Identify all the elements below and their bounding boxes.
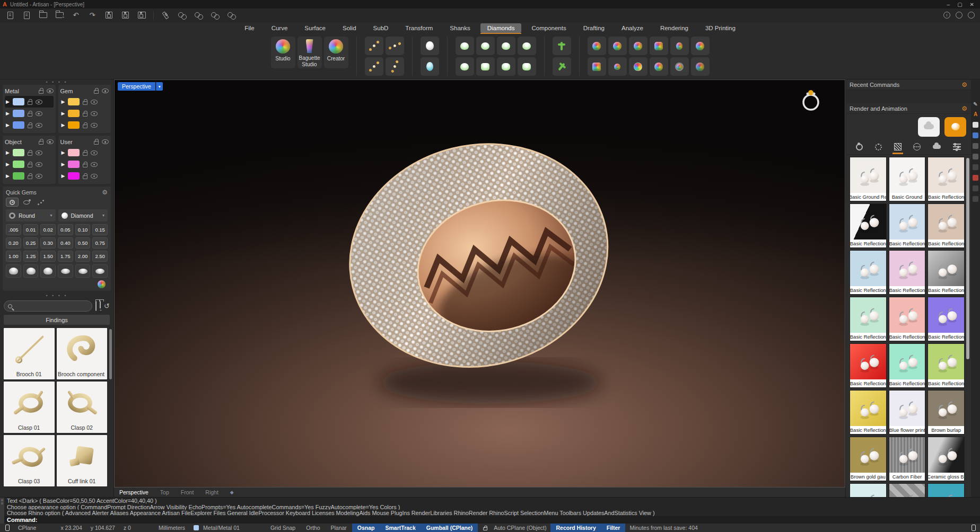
viewport-tab-right[interactable]: Right [205, 489, 218, 495]
material-card[interactable]: Basic Reflection [850, 297, 887, 341]
size-button[interactable]: 0.20 [6, 237, 21, 249]
cplane-label[interactable]: CPlane [14, 525, 40, 531]
layer-row[interactable]: ▶ [60, 108, 109, 119]
lock-icon[interactable] [83, 164, 88, 167]
menu-surface[interactable]: Surface [298, 23, 332, 33]
gem-color-sphere-icon[interactable] [98, 280, 106, 288]
tab-sprocket[interactable] [873, 139, 883, 154]
panel-tab-icon[interactable] [973, 132, 978, 138]
layer-row[interactable]: ▶ [60, 158, 109, 170]
color-swatch[interactable] [68, 110, 80, 117]
units-label[interactable]: Millimeters [154, 525, 189, 531]
material-card[interactable]: Basic Reflection [850, 343, 887, 388]
planar-toggle[interactable]: Planar [325, 524, 352, 532]
material-card[interactable]: Basic Reflection [928, 157, 965, 201]
material-card[interactable]: Basic Reflection [889, 203, 926, 248]
gem-cluster-button[interactable] [386, 57, 404, 76]
finding-item[interactable]: Clasp 02 [57, 382, 108, 433]
layer-row[interactable]: ▶ [60, 119, 109, 131]
material-card[interactable]: Brown burlap [928, 390, 965, 435]
eye-icon[interactable] [91, 123, 98, 128]
filter-toggle[interactable]: Filter [601, 524, 626, 532]
lock-icon[interactable] [28, 175, 32, 179]
panel-tab-icon[interactable] [973, 185, 978, 191]
studio-button[interactable]: Studio [271, 37, 295, 68]
menu-curve[interactable]: Curve [265, 23, 295, 33]
prong-button[interactable] [553, 37, 571, 55]
layer-row[interactable]: ▶ [60, 96, 109, 108]
panel-tab-icon[interactable] [973, 164, 978, 170]
finding-item[interactable]: Clasp 01 [4, 382, 55, 433]
eye-icon[interactable] [91, 100, 98, 104]
scatter-gems-tab[interactable] [34, 198, 47, 207]
color-swatch[interactable] [13, 161, 24, 168]
gem-repair-button[interactable] [629, 37, 648, 55]
menu-3d-printing[interactable]: 3D Printing [698, 23, 742, 33]
menu-transform[interactable]: Transform [398, 23, 440, 33]
panel-drag-handle[interactable]: • • • • [0, 293, 113, 298]
search-input[interactable] [4, 300, 92, 312]
auto-cplane-label[interactable]: Auto CPlane (Object) [489, 525, 550, 531]
baguette-studio-button[interactable]: Baguette Studio [298, 37, 322, 68]
doc-search-icon[interactable] [22, 11, 31, 20]
layer-row[interactable]: ▶ [5, 158, 54, 170]
menu-solid[interactable]: Solid [336, 23, 363, 33]
lock-icon[interactable] [39, 90, 43, 94]
lock-icon[interactable] [28, 152, 32, 156]
color-swatch[interactable] [13, 110, 24, 117]
cabochon-button[interactable] [421, 57, 439, 76]
size-button[interactable]: 0.50 [75, 237, 91, 249]
material-card[interactable]: Basic Reflection [928, 343, 965, 388]
layer-row[interactable]: ▶ [5, 119, 54, 131]
material-card[interactable]: Blue flower print [889, 390, 926, 435]
record-history-toggle[interactable]: Record History [550, 524, 601, 532]
status-right-icon[interactable] [972, 525, 976, 531]
menu-rendering[interactable]: Rendering [653, 23, 695, 33]
gem-convert-button[interactable] [691, 37, 710, 55]
render-animation-header[interactable]: Render and Animation ⚙ [846, 103, 971, 114]
gear-icon[interactable]: ⚙ [961, 82, 967, 88]
panel-tab-icon[interactable] [973, 143, 978, 149]
menu-diamonds[interactable]: Diamonds [480, 23, 522, 33]
lock-icon[interactable] [39, 141, 43, 145]
eye-icon[interactable] [36, 123, 42, 128]
command-prompt-input[interactable]: Command: [4, 516, 980, 524]
size-button[interactable]: 0.05 [58, 224, 73, 235]
size-button[interactable]: 0.30 [40, 237, 56, 249]
eye-icon[interactable] [102, 139, 109, 144]
orient-tool-icon[interactable] [194, 11, 203, 20]
material-card[interactable]: Carbon Fiber [889, 437, 926, 481]
viewport-tab-label[interactable]: Perspective [118, 82, 155, 91]
pearl-button[interactable] [421, 37, 439, 55]
layer-row[interactable]: ▶ [5, 96, 54, 108]
panel-tab-icon[interactable] [973, 122, 978, 128]
cut-button[interactable] [40, 264, 56, 278]
layer-row[interactable]: ▶ [60, 147, 109, 158]
lock-icon[interactable] [83, 113, 88, 117]
lock-icon[interactable] [28, 113, 32, 117]
finding-item[interactable]: Brooch 01 [4, 328, 55, 379]
gem-halo-button[interactable] [476, 37, 495, 55]
gem-pave-button[interactable] [476, 57, 495, 76]
eye-icon[interactable] [91, 162, 98, 167]
lock-icon[interactable] [94, 90, 99, 94]
material-card[interactable]: Basic Reflection [928, 203, 965, 248]
viewport-tab-top[interactable]: Top [160, 489, 169, 495]
findings-header[interactable]: Findings [4, 315, 110, 325]
rotate-tool-icon[interactable] [177, 11, 187, 20]
osnap-toggle[interactable]: Osnap [352, 524, 380, 532]
active-layer-label[interactable]: Metal/Metal 01 [199, 525, 244, 531]
menu-subd[interactable]: SubD [366, 23, 396, 33]
array-tool-icon[interactable] [210, 11, 220, 20]
save-as-icon[interactable] [120, 11, 130, 20]
eye-icon[interactable] [102, 88, 109, 93]
menu-file[interactable]: File [238, 23, 261, 33]
size-button[interactable]: 0.10 [75, 224, 91, 235]
material-card[interactable]: Basic Reflection [928, 250, 965, 295]
cut-button[interactable] [75, 264, 91, 278]
material-card[interactable]: Basic Reflection [850, 203, 887, 248]
grid-snap-toggle[interactable]: Grid Snap [265, 524, 301, 532]
size-button[interactable]: 1.25 [23, 251, 39, 262]
print-icon[interactable] [137, 11, 146, 20]
lock-icon[interactable] [83, 175, 88, 179]
